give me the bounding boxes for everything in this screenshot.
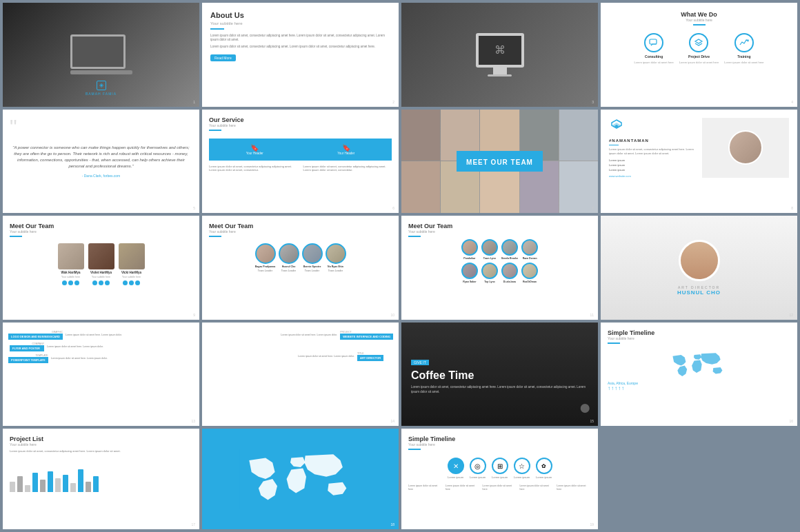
bar-8 — [63, 475, 68, 492]
slide-number: 7 — [592, 206, 594, 210]
portfolio-right-items: Lorem ipsum dolor sit amet here. Lorem i… — [208, 331, 393, 361]
slide8-item-1: Lorem ipsum — [609, 158, 697, 162]
port-desc-1: Lorem ipsum dolor sit amet here. Lorem i… — [66, 334, 194, 337]
service-title: Our Service — [209, 116, 244, 123]
portrait-face — [681, 242, 718, 279]
timeline19-line — [408, 449, 421, 450]
slide-11: Meet Our Team Your subtitle here Pandoik… — [401, 216, 598, 320]
face-1 — [58, 243, 84, 269]
layers-icon — [694, 38, 703, 48]
member-photo-1 — [58, 243, 84, 269]
grid-member-5: Ryan Saber — [461, 263, 478, 283]
port-right-label-col-2: TITLE ART DIRECTOR — [357, 352, 393, 361]
member-name-2: Violet HariMya — [90, 271, 112, 274]
tl-icon-3: ⊞ — [492, 458, 508, 474]
icon-row: Consulting Lorem ipsum dolor sit amet he… — [609, 33, 789, 64]
brand-name: BAMAH FAMIA — [3, 92, 199, 96]
portfolio-right-content: Lorem ipsum dolor sit amet here. Lorem i… — [208, 328, 393, 361]
asia — [701, 353, 720, 365]
grid-name-3: Simela Brooke — [501, 257, 518, 260]
slide-4: What We Do Your subtitle here Consulting… — [601, 3, 797, 107]
member-role-1: Your subtitle here — [61, 276, 80, 278]
social-icon-9 — [135, 280, 140, 285]
projectdrive-label: Project Drive — [688, 54, 710, 59]
quote-author: - Dana Clark, forbes.com — [82, 174, 121, 178]
port-right-box-2: ART DIRECTOR — [357, 355, 383, 361]
imac-container: ⌘ — [401, 3, 598, 107]
timeline16-header: Simple Timeline Your subtitle here — [608, 329, 790, 346]
port-box-3: POWERPOINT TEMPLATE — [8, 357, 48, 363]
slide8-item-2: Lorem ipsum — [609, 163, 697, 167]
tl-label-2: Lorem ipsum — [470, 475, 486, 479]
slide-10: Meet Our Team Your subtitle here Bagas P… — [202, 216, 399, 320]
bar-10 — [78, 469, 83, 492]
portfolio-items: GRAPHIC LOGO DESIGN AND BUSINESSCARD Lor… — [8, 331, 194, 363]
grid-name-6: Top Lyno — [484, 280, 494, 283]
port-desc-2: Lorem ipsum dolor sit amet here. Lorem i… — [47, 345, 194, 349]
south-america — [677, 365, 687, 376]
service-col-2: Lorem ipsum dolor sit amet, consectetur … — [303, 165, 392, 172]
laptop-base — [70, 70, 132, 74]
slide-16: Simple Timeline Your subtitle here Asia,… — [601, 323, 797, 427]
slide-number: 12 — [789, 313, 793, 317]
tl-icon-item-5: ✿ Lorem ipsum — [536, 458, 552, 479]
slide8-items: Lorem ipsum Lorem ipsum Lorem ipsum — [609, 158, 697, 172]
grid-avatar-5 — [461, 263, 478, 279]
slide-number: 10 — [390, 313, 394, 317]
projlist-title: Project List — [10, 436, 192, 442]
bar-4 — [32, 473, 38, 492]
team9-row: Wak HariMya Your subtitle here Violet Ha… — [10, 243, 192, 285]
port-desc-3: Lorem ipsum dolor sit amet here. Lorem i… — [51, 357, 194, 360]
europe — [694, 354, 701, 360]
north-america — [672, 355, 686, 366]
social-icon-1 — [62, 280, 67, 285]
grid-name-4: Raza Osman — [523, 257, 537, 260]
tl-icon-2: ◎ — [470, 458, 486, 474]
port-right-label-col-1: PROJECT WEBSITE INTERFACE AND CODING — [340, 331, 393, 340]
tl-desc-4: Lorem ipsum dolor sit amet here — [519, 484, 554, 491]
avatar-1 — [255, 243, 276, 264]
grid-member-7: Di-ala-baru — [501, 263, 518, 283]
collage-overlay: MEET OUR TEAM — [401, 110, 598, 214]
bar-5 — [40, 480, 46, 492]
slide-8: #NAMANTAMAN Lorem ipsum dolor sit amet, … — [601, 110, 797, 214]
slide-7: MEET OUR TEAM 7 — [401, 110, 598, 214]
timeline-icons-row: ✕ Lorem ipsum ◎ Lorem ipsum ⊞ Lorem ipsu… — [408, 458, 591, 479]
imac-screen: ⌘ — [476, 33, 524, 68]
icon-projectdrive: Project Drive Lorem ipsum dolor sit amet… — [679, 33, 719, 64]
circle-role-3: Team Leader — [305, 269, 319, 272]
social-icon-5 — [99, 280, 103, 285]
laptop-shape — [70, 34, 126, 69]
circle-name-2: Husnul Cho — [282, 265, 296, 268]
team10-subtitle: Your subtitle here — [209, 229, 236, 234]
port-item-1: GRAPHIC LOGO DESIGN AND BUSINESSCARD Lor… — [8, 331, 194, 340]
whatwedo-subtitle: Your subtitle here — [609, 18, 789, 22]
service-col-1: Lorem ipsum dolor sit amet, consectetur … — [209, 165, 298, 172]
world-map-svg — [608, 350, 790, 381]
social-icon-3 — [74, 280, 79, 285]
read-more-btn[interactable]: Read More — [210, 54, 236, 61]
imac-base — [488, 74, 512, 76]
slide-number: 2 — [392, 100, 394, 104]
grid-avatar-8 — [521, 263, 538, 279]
tl-desc-2: Lorem ipsum dolor sit amet here — [446, 484, 480, 491]
icon-consulting: Consulting Lorem ipsum dolor sit amet he… — [634, 33, 673, 64]
consulting-desc: Lorem ipsum dolor sit amet here — [634, 61, 673, 64]
service-content: Lorem ipsum dolor sit amet, consectetur … — [209, 165, 392, 172]
slide-18: 18 — [202, 429, 399, 529]
slide8-left: #NAMANTAMAN Lorem ipsum dolor sit amet, … — [609, 118, 697, 178]
social-icon-6 — [105, 280, 110, 285]
team9-subtitle: Your subtitle here — [10, 229, 37, 234]
website-link: www.website.com — [609, 174, 697, 178]
circle-name-3: Bonnie Spectre — [303, 265, 321, 268]
slide-5: " "A power connector is someone who can … — [3, 110, 199, 214]
slide-number: 13 — [191, 419, 195, 423]
about-line — [210, 28, 224, 30]
slide-9: Meet Our Team Your subtitle here Wak Har… — [3, 216, 199, 320]
icon-training: Training Lorem ipsum dolor sit amet here — [724, 33, 763, 64]
tl-icon-5: ✿ — [536, 458, 552, 474]
member-photo-3 — [119, 243, 145, 269]
member-role-2: Your subtitle here — [92, 276, 110, 278]
portfolio-left-content: GRAPHIC LOGO DESIGN AND BUSINESSCARD Lor… — [8, 328, 194, 363]
team11-row-2: Ryan Saber Top Lyno Di-ala-baru RazOrDma… — [408, 263, 591, 283]
